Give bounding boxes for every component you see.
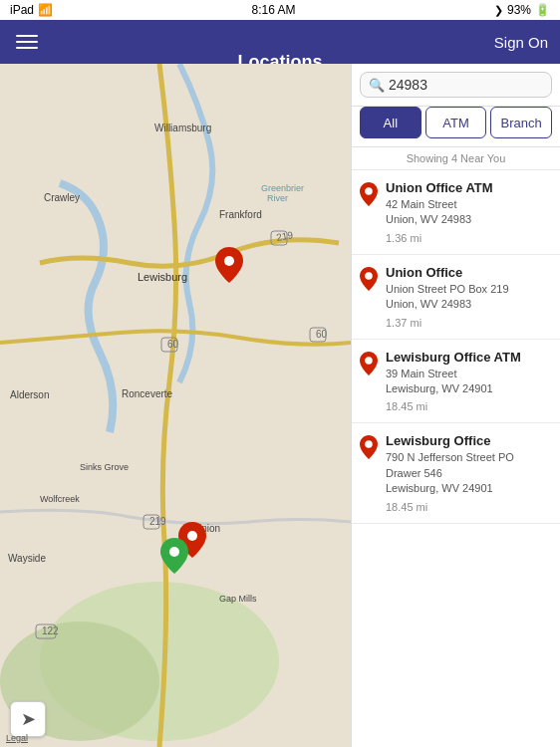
filter-all-button[interactable]: All — [360, 107, 421, 138]
svg-text:Frankford: Frankford — [219, 209, 262, 220]
search-input[interactable] — [389, 77, 560, 93]
svg-point-32 — [365, 441, 373, 449]
location-info: Lewisburg Office ATM 39 Main StreetLewis… — [386, 350, 552, 413]
location-name: Union Office — [386, 265, 552, 280]
legal-link[interactable]: Legal — [6, 733, 28, 743]
svg-text:122: 122 — [42, 625, 59, 636]
svg-text:Williamsburg: Williamsburg — [154, 123, 211, 133]
svg-text:Greenbrier: Greenbrier — [261, 183, 304, 193]
main-content: 219 60 60 219 122 Williamsburg Greenbrie… — [0, 64, 560, 747]
menu-button[interactable] — [12, 31, 42, 53]
showing-text: Showing 4 Near You — [352, 147, 560, 170]
svg-point-27 — [187, 531, 197, 541]
battery-level: 93% — [507, 3, 531, 17]
svg-point-26 — [224, 256, 234, 266]
svg-point-30 — [365, 272, 373, 280]
list-item[interactable]: Lewisburg Office ATM 39 Main StreetLewis… — [352, 340, 560, 424]
list-item[interactable]: Union Office Union Street PO Box 219Unio… — [352, 255, 560, 340]
svg-point-29 — [365, 187, 373, 195]
filter-buttons: All ATM Branch — [352, 107, 560, 147]
location-distance: 18.45 mi — [386, 400, 552, 412]
location-address: 790 N Jefferson Street PO Drawer 546Lewi… — [386, 450, 552, 496]
svg-text:River: River — [267, 193, 288, 203]
location-distance: 1.37 mi — [386, 317, 552, 329]
hamburger-line — [16, 47, 38, 49]
location-info: Lewisburg Office 790 N Jefferson Street … — [386, 433, 552, 512]
location-info: Union Office ATM 42 Main StreetUnion, WV… — [386, 180, 552, 244]
battery-icon: 🔋 — [535, 3, 550, 17]
list-item[interactable]: Union Office ATM 42 Main StreetUnion, WV… — [352, 170, 560, 255]
device-label: iPad — [10, 3, 34, 17]
nav-bar: Locations Sign On — [0, 20, 560, 64]
wifi-icon: 📶 — [38, 3, 53, 17]
list-item[interactable]: Lewisburg Office 790 N Jefferson Street … — [352, 423, 560, 523]
map-container[interactable]: 219 60 60 219 122 Williamsburg Greenbrie… — [0, 64, 351, 747]
svg-point-31 — [365, 357, 373, 365]
location-icon: ❯ — [494, 4, 503, 17]
svg-text:Alderson: Alderson — [10, 389, 49, 400]
search-input-container: 🔍 — [360, 72, 552, 98]
status-right: ❯ 93% 🔋 — [494, 3, 550, 17]
compass-button[interactable]: ➤ — [10, 701, 46, 737]
pin-icon — [360, 182, 378, 210]
svg-text:Sinks Grove: Sinks Grove — [80, 462, 129, 472]
right-panel: 🔍 All ATM Branch Showing 4 Near You Unio… — [351, 64, 560, 747]
hamburger-line — [16, 35, 38, 37]
pin-icon — [360, 267, 378, 295]
location-info: Union Office Union Street PO Box 219Unio… — [386, 265, 552, 329]
status-bar: iPad 📶 8:16 AM ❯ 93% 🔋 — [0, 0, 560, 20]
sign-on-button[interactable]: Sign On — [494, 34, 548, 51]
location-distance: 18.45 mi — [386, 501, 552, 513]
compass-icon: ➤ — [21, 708, 36, 730]
svg-text:Crawley: Crawley — [44, 192, 80, 203]
search-bar: 🔍 — [352, 64, 560, 107]
location-name: Lewisburg Office ATM — [386, 350, 552, 365]
map-svg: 219 60 60 219 122 Williamsburg Greenbrie… — [0, 64, 351, 747]
hamburger-line — [16, 41, 38, 43]
svg-text:Wolfcreek: Wolfcreek — [40, 494, 80, 504]
location-address: 39 Main StreetLewisburg, WV 24901 — [386, 367, 552, 397]
status-left: iPad 📶 — [10, 3, 53, 17]
location-address: Union Street PO Box 219Union, WV 24983 — [386, 282, 552, 313]
svg-text:Wayside: Wayside — [8, 553, 46, 564]
filter-atm-button[interactable]: ATM — [425, 107, 487, 138]
filter-branch-button[interactable]: Branch — [490, 107, 552, 138]
svg-text:219: 219 — [149, 516, 166, 527]
location-name: Lewisburg Office — [386, 433, 552, 448]
svg-text:Lewisburg: Lewisburg — [138, 271, 187, 283]
pin-icon — [360, 435, 378, 463]
pin-icon — [360, 352, 378, 379]
location-name: Union Office ATM — [386, 180, 552, 195]
location-distance: 1.36 mi — [386, 232, 552, 244]
status-time: 8:16 AM — [251, 3, 295, 17]
svg-text:Gap Mills: Gap Mills — [219, 594, 257, 604]
svg-point-28 — [169, 547, 179, 557]
search-icon: 🔍 — [369, 78, 385, 93]
svg-text:Ronceverte: Ronceverte — [122, 388, 173, 399]
map-footer: ➤ — [10, 701, 46, 737]
location-list: Union Office ATM 42 Main StreetUnion, WV… — [352, 170, 560, 747]
location-address: 42 Main StreetUnion, WV 24983 — [386, 197, 552, 228]
